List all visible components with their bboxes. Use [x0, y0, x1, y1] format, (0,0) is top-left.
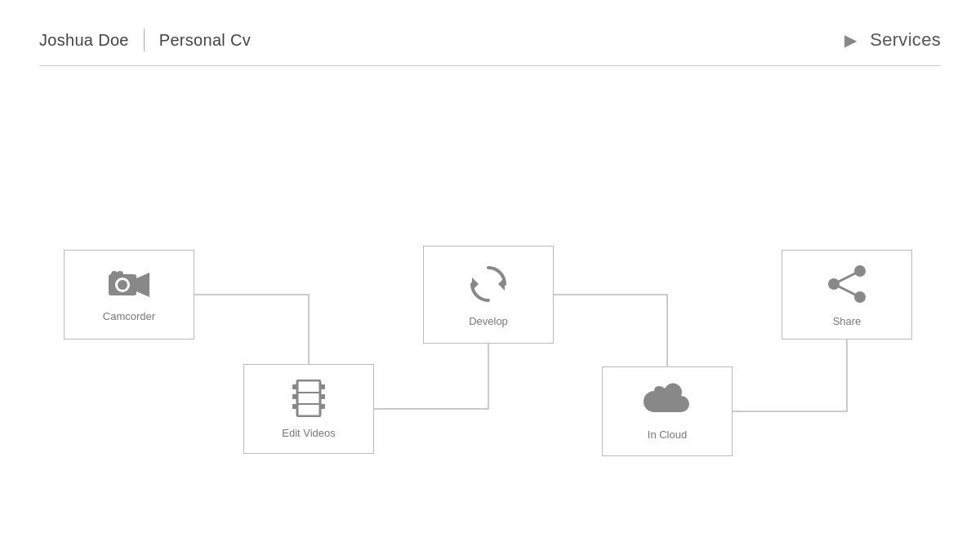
svg-rect-6: [297, 380, 320, 416]
svg-point-2: [118, 280, 127, 290]
header-left: Joshua Doe Personal Cv: [39, 29, 251, 51]
user-name: Joshua Doe: [39, 31, 129, 50]
svg-rect-10: [320, 384, 325, 389]
node-develop[interactable]: Develop: [423, 246, 554, 344]
svg-marker-5: [136, 273, 149, 297]
refresh-icon: [467, 263, 510, 309]
camcorder-label: Camcorder: [103, 310, 155, 322]
svg-rect-7: [292, 384, 297, 389]
header: Joshua Doe Personal Cv ▶ Services: [0, 0, 980, 65]
header-right: ▶ Services: [844, 29, 941, 51]
svg-line-20: [834, 271, 860, 284]
svg-point-4: [117, 271, 123, 278]
diagram: Camcorder Edit Videos: [0, 66, 980, 539]
svg-point-3: [111, 271, 118, 278]
svg-rect-12: [320, 404, 325, 409]
svg-marker-16: [472, 278, 479, 291]
play-icon[interactable]: ▶: [844, 30, 857, 50]
svg-rect-8: [292, 394, 297, 399]
develop-label: Develop: [469, 315, 508, 327]
node-share[interactable]: Share: [782, 250, 912, 340]
in-cloud-label: In Cloud: [648, 428, 687, 441]
svg-line-21: [834, 284, 860, 297]
svg-rect-9: [292, 404, 297, 409]
header-divider: [144, 29, 145, 51]
camcorder-icon: [108, 268, 150, 304]
services-label: Services: [870, 29, 941, 51]
film-icon: [292, 380, 326, 420]
svg-marker-15: [498, 278, 505, 291]
node-edit-videos[interactable]: Edit Videos: [243, 364, 374, 454]
node-camcorder[interactable]: Camcorder: [64, 250, 194, 340]
edit-videos-label: Edit Videos: [282, 427, 336, 439]
share-label: Share: [833, 315, 862, 327]
header-subtitle: Personal Cv: [159, 31, 251, 50]
cloud-icon: [643, 383, 692, 422]
svg-rect-11: [320, 394, 325, 399]
node-in-cloud[interactable]: In Cloud: [602, 366, 733, 456]
share-icon: [826, 263, 868, 309]
